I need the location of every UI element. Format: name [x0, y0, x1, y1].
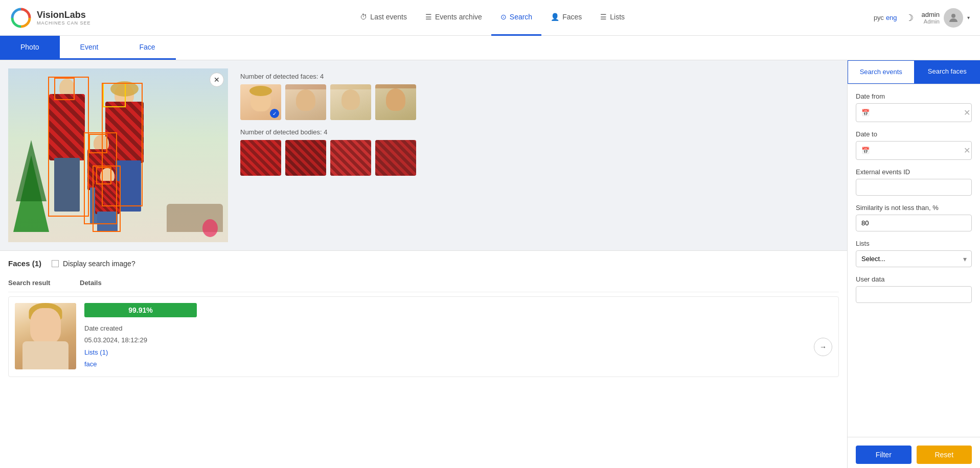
main-layout: ✕ Number of detected faces: 4 ✓: [0, 60, 980, 468]
detections-panel: Number of detected faces: 4 ✓: [236, 68, 839, 242]
face-thumb-3[interactable]: [330, 84, 371, 120]
user-info[interactable]: admin Admin ▾: [922, 8, 970, 28]
bodies-count-label: Number of detected bodies: 4: [240, 128, 835, 136]
lang-ru[interactable]: рус: [874, 14, 884, 21]
username: admin: [922, 11, 940, 18]
calendar-to-icon: 📅: [861, 147, 870, 154]
date-created-label: Date created: [84, 322, 806, 334]
svg-point-1: [951, 14, 955, 18]
filter-button[interactable]: Filter: [856, 446, 911, 464]
date-to-input-wrapper: 📅 ✕: [856, 141, 972, 160]
nav-search[interactable]: ⊙ Search: [491, 0, 541, 36]
arrow-right-icon: →: [819, 343, 827, 351]
display-search-image-row: Display search image?: [52, 260, 135, 268]
lists-select[interactable]: Select...: [856, 250, 972, 267]
lists-select-wrapper: Select... ▾: [856, 250, 972, 267]
face-thumb-2[interactable]: [285, 84, 326, 120]
language-switcher[interactable]: рус eng: [874, 14, 897, 21]
dark-mode-toggle[interactable]: ☽: [905, 12, 914, 24]
clock-icon: ⏱: [360, 13, 367, 21]
external-events-id-input[interactable]: [856, 179, 972, 196]
tab-event[interactable]: Event: [60, 36, 119, 60]
result-thumb-face: [30, 308, 61, 344]
people-icon: 👤: [551, 13, 559, 21]
lists-label: Lists: [856, 240, 972, 247]
face-thumbnails-row: ✓: [240, 84, 835, 120]
nav-last-events-label: Last events: [370, 13, 407, 21]
nav-lists-label: Lists: [610, 13, 625, 21]
face-thumb-4[interactable]: [375, 84, 416, 120]
sub-tabs: Photo Event Face: [0, 36, 980, 60]
balloon: [202, 219, 218, 237]
logo-tagline: MACHINES CAN SEE: [37, 20, 91, 26]
date-to-group: Date to 📅 ✕: [856, 130, 972, 160]
nav-faces[interactable]: 👤 Faces: [541, 0, 591, 36]
user-chevron-icon[interactable]: ▾: [967, 15, 970, 20]
logo[interactable]: VisionLabs MACHINES CAN SEE: [10, 7, 91, 29]
sidebar-footer: Filter Reset: [848, 437, 980, 468]
nav-events-archive-label: Events archive: [435, 13, 482, 21]
tab-face[interactable]: Face: [119, 36, 175, 60]
calendar-icon: 📅: [861, 109, 870, 116]
user-data-input[interactable]: [856, 286, 972, 303]
nav-lists[interactable]: ☰ Lists: [591, 0, 634, 36]
display-search-image-label: Display search image?: [63, 260, 135, 268]
face-selected-icon: ✓: [270, 109, 279, 118]
list-icon: ☰: [425, 13, 432, 21]
sidebar-tabs: Search events Search faces: [848, 60, 980, 84]
similarity-group: Similarity is not less than, %: [856, 204, 972, 231]
sidebar-tab-search-faces[interactable]: Search faces: [915, 60, 981, 84]
body-thumb-1[interactable]: [240, 140, 281, 176]
results-header: Faces (1) Display search image?: [8, 259, 839, 268]
external-events-id-group: External events ID: [856, 168, 972, 196]
lists-link[interactable]: Lists (1): [84, 348, 108, 356]
person-silhouette-4: [95, 168, 120, 232]
logo-name: VisionLabs: [37, 10, 91, 20]
face-thumb-1[interactable]: ✓: [240, 84, 281, 120]
date-to-input[interactable]: [874, 147, 960, 154]
nav-last-events[interactable]: ⏱ Last events: [351, 0, 416, 36]
header-right: рус eng ☽ admin Admin ▾: [874, 8, 970, 28]
col-details-header: Details: [80, 279, 102, 287]
date-from-input[interactable]: [874, 109, 960, 116]
sidebar-content: Date from 📅 ✕ Date to 📅 ✕ External event: [848, 84, 980, 437]
user-role: Admin: [922, 18, 940, 25]
date-from-group: Date from 📅 ✕: [856, 92, 972, 122]
face-link[interactable]: face: [84, 360, 97, 368]
similarity-input[interactable]: [856, 215, 972, 231]
date-created-value: 05.03.2024, 18:12:29: [84, 334, 806, 346]
body-thumbnails-row: [240, 140, 835, 176]
lang-en[interactable]: eng: [886, 14, 897, 21]
date-from-clear-icon[interactable]: ✕: [964, 108, 970, 118]
search-icon: ⊙: [500, 13, 507, 21]
date-to-clear-icon[interactable]: ✕: [964, 146, 970, 155]
nav-events-archive[interactable]: ☰ Events archive: [416, 0, 491, 36]
logo-icon: [10, 7, 32, 29]
reset-button[interactable]: Reset: [917, 446, 972, 464]
result-thumbnail-0[interactable]: [15, 303, 76, 369]
result-meta: Date created 05.03.2024, 18:12:29 Lists …: [84, 322, 806, 370]
main-nav: ⏱ Last events ☰ Events archive ⊙ Search …: [111, 0, 874, 36]
faces-count-label: Number of detected faces: 4: [240, 73, 835, 80]
tab-photo[interactable]: Photo: [0, 36, 60, 60]
date-from-input-wrapper: 📅 ✕: [856, 103, 972, 122]
user-data-group: User data: [856, 275, 972, 303]
body-thumb-4[interactable]: [375, 140, 416, 176]
header: VisionLabs MACHINES CAN SEE ⏱ Last event…: [0, 0, 980, 36]
search-faces-label: Search faces: [928, 67, 967, 75]
sidebar-tab-search-events[interactable]: Search events: [848, 60, 915, 84]
body-thumb-2[interactable]: [285, 140, 326, 176]
external-events-id-label: External events ID: [856, 168, 972, 176]
date-from-label: Date from: [856, 92, 972, 100]
avatar-icon: [947, 12, 960, 24]
body-thumb-3[interactable]: [330, 140, 371, 176]
display-search-image-checkbox[interactable]: [52, 260, 59, 267]
avatar[interactable]: [944, 8, 963, 28]
result-navigate-button[interactable]: →: [814, 338, 832, 356]
results-column-headers: Search result Details: [8, 274, 839, 292]
nav-faces-label: Faces: [562, 13, 582, 21]
user-data-label: User data: [856, 275, 972, 283]
svg-point-0: [11, 8, 31, 28]
lists-group: Lists Select... ▾: [856, 240, 972, 267]
close-image-button[interactable]: ✕: [210, 73, 224, 87]
